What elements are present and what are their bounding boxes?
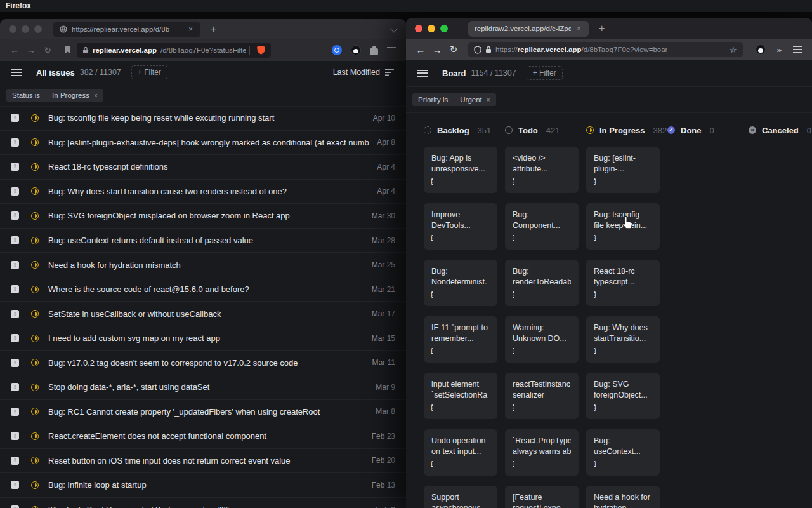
issue-card[interactable]: Bug: Nondeterminist. ! xyxy=(424,260,497,306)
issue-row[interactable]: ! I need to add custom svg map on my rea… xyxy=(0,326,406,351)
reload-button[interactable]: ↻ xyxy=(445,44,462,55)
brave-shield-icon[interactable] xyxy=(257,46,265,55)
close-window-button[interactable] xyxy=(415,25,422,32)
issue-card[interactable]: Bug: useContext... ! xyxy=(586,429,660,476)
url-bar[interactable]: repliear.vercel.app /d/8bTaoq7F0e?status… xyxy=(77,43,271,58)
filter-value[interactable]: In Progress × xyxy=(46,89,103,102)
github-icon[interactable] xyxy=(351,45,361,55)
window-controls xyxy=(9,25,42,33)
chevron-down-icon[interactable] xyxy=(390,24,398,32)
filter-field[interactable]: Priority is xyxy=(412,93,454,106)
issue-row[interactable]: ! React 18-rc typescript definitions Apr… xyxy=(0,155,406,180)
status-in-progress-icon xyxy=(31,432,39,440)
minimize-window-button[interactable] xyxy=(22,25,29,33)
issue-row[interactable]: ! Stop doing data-*, aria-*, start using… xyxy=(0,375,406,400)
remove-filter-icon[interactable]: × xyxy=(487,97,490,104)
minimize-window-button[interactable] xyxy=(428,25,435,32)
back-button[interactable]: ← xyxy=(6,45,23,55)
issue-card[interactable]: reactTestInstanc serializer ! xyxy=(505,373,579,419)
menu-firefox[interactable]: Firefox xyxy=(0,0,812,12)
extensions-icon[interactable] xyxy=(370,48,378,55)
close-window-button[interactable] xyxy=(9,25,16,33)
issue-card[interactable]: `React.PropType always warns ab ! xyxy=(505,429,579,476)
add-filter-button[interactable]: + Filter xyxy=(527,66,563,80)
issue-card[interactable]: Bug: Component... ! xyxy=(505,203,579,250)
bookmark-star-icon[interactable]: ☆ xyxy=(730,45,737,55)
reload-button[interactable]: ↻ xyxy=(39,45,56,55)
one-password-icon[interactable] xyxy=(332,45,342,55)
priority-urgent-icon: ! xyxy=(431,291,433,298)
sort-control[interactable]: Last Modified xyxy=(333,68,395,77)
add-filter-button[interactable]: + Filter xyxy=(131,65,167,79)
board-column: × Canceled 0 xyxy=(749,124,812,508)
back-button[interactable]: ← xyxy=(412,44,429,55)
forward-button[interactable]: → xyxy=(23,45,39,55)
status-in-progress-icon xyxy=(31,138,39,146)
issue-row[interactable]: ! SetState in useCallback or without use… xyxy=(0,302,406,326)
filter-field[interactable]: Status is xyxy=(6,89,46,102)
browser-tab[interactable]: https://repliear.vercel.app/d/8b × xyxy=(53,22,200,37)
status-in-progress-icon xyxy=(31,408,39,415)
zoom-window-button[interactable] xyxy=(440,25,448,32)
issue-row[interactable]: ! Where is the source code of react@15.6… xyxy=(0,277,406,302)
issue-card[interactable]: input element `setSelectionRa ! xyxy=(424,373,497,419)
issue-row[interactable]: ! Bug: v17.0.2 tag doesn't seem to corre… xyxy=(0,351,406,375)
new-tab-button[interactable]: + xyxy=(211,23,216,35)
issue-card[interactable]: Bug: Why does startTransitio... ! xyxy=(586,316,660,363)
filter-value[interactable]: Urgent × xyxy=(454,93,495,106)
issue-card[interactable]: Bug: App is unresponsive... ! xyxy=(424,147,497,193)
issue-card[interactable]: Bug: tsconfig file keep bein... ! xyxy=(586,203,660,250)
forward-button[interactable]: → xyxy=(429,44,445,55)
menu-icon[interactable] xyxy=(387,47,396,53)
card-title-line2: attribute... xyxy=(513,164,571,175)
issue-card[interactable]: Bug: renderToReadab ! xyxy=(505,260,579,306)
card-title-line1: reactTestInstanc xyxy=(513,379,571,390)
issue-row[interactable]: ! Need a hook for hydration mismatch Mar… xyxy=(0,253,406,277)
issue-row[interactable]: ! Bug: Infinite loop at startup Feb 13 xyxy=(0,473,406,498)
filter-chip: Status is In Progress × xyxy=(6,89,103,102)
issue-row[interactable]: ! Reset button on iOS time input does no… xyxy=(0,449,406,474)
issue-card[interactable]: Improve DevTools... ! xyxy=(424,203,497,250)
bookmark-icon[interactable] xyxy=(65,46,70,54)
browser-tab[interactable]: replidraw2.vercel.app/d/c-iZpq × xyxy=(468,21,589,37)
issue-card[interactable]: IE 11 "prompt to remember... ! xyxy=(424,316,497,363)
issue-title: Bug: v17.0.2 tag doesn't seem to corresp… xyxy=(48,358,365,368)
priority-urgent-icon: ! xyxy=(11,432,19,440)
issue-card[interactable]: Need a hook for hydration... ! xyxy=(586,486,660,508)
github-icon[interactable] xyxy=(756,44,766,55)
issue-row[interactable]: ! Bug: RC1 Cannot create property '_upda… xyxy=(0,400,406,425)
toolbar-overflow-icon[interactable]: » xyxy=(777,45,782,55)
issue-row[interactable]: ! React.createElement does not accept fu… xyxy=(0,424,406,449)
issue-card[interactable]: <video /> attribute... ! xyxy=(505,147,579,193)
tab-close-icon[interactable]: × xyxy=(187,25,194,34)
card-title-line1: Bug: tsconfig xyxy=(594,210,652,220)
tracking-shield-icon xyxy=(474,46,481,54)
url-bar[interactable]: https://repliear.vercel.app/d/8bTaoq7F0e… xyxy=(468,42,743,57)
card-title-line2: plugin-... xyxy=(594,164,652,175)
issue-row[interactable]: ! Bug: SVG foreignObject misplaced on br… xyxy=(0,204,406,229)
sidebar-toggle-icon[interactable] xyxy=(11,69,22,76)
card-title-line1: Bug: xyxy=(431,266,490,277)
new-tab-button[interactable]: + xyxy=(599,23,605,34)
issue-card[interactable]: Support asynchronous... ! xyxy=(424,486,497,508)
issue-row[interactable]: ! Bug: Why does startTransition cause tw… xyxy=(0,180,406,204)
zoom-window-button[interactable] xyxy=(34,25,42,33)
issue-card[interactable]: [Feature request] expo... ! xyxy=(505,486,579,508)
status-in-progress-icon xyxy=(31,359,39,366)
issue-card[interactable]: Warning: Unknown DO... ! xyxy=(505,316,579,363)
issue-card[interactable]: React 18-rc typescript... ! xyxy=(586,260,660,306)
issue-row[interactable]: ! Bug: [eslint-plugin-exhaustive-deps] h… xyxy=(0,131,406,156)
issue-row[interactable]: ! Bug: useContext returns default instea… xyxy=(0,229,406,253)
menu-icon[interactable] xyxy=(793,46,802,53)
remove-filter-icon[interactable]: × xyxy=(94,92,98,99)
issue-card[interactable]: Bug: [eslint- plugin-... ! xyxy=(586,147,660,193)
board-column: Todo 421 <video /> attribute... ! Bug: C… xyxy=(505,124,579,508)
issue-row[interactable]: ! [DevTools Bug] Unsupported Bridge oper… xyxy=(0,498,406,508)
issue-card[interactable]: Undo operation on text input... ! xyxy=(424,429,497,476)
issue-card[interactable]: Bug: SVG foreignObject... ! xyxy=(586,373,660,419)
sidebar-toggle-icon[interactable] xyxy=(417,70,428,77)
kanban-board: Backlog 351 Bug: App is unresponsive... … xyxy=(406,112,812,508)
issue-row[interactable]: ! Bug: tsconfig file keep being reset wh… xyxy=(0,106,406,131)
tab-close-icon[interactable]: × xyxy=(575,24,582,33)
nav-toolbar: ← → ↻ https://repliear.vercel.app/d/8bTa… xyxy=(406,39,812,60)
